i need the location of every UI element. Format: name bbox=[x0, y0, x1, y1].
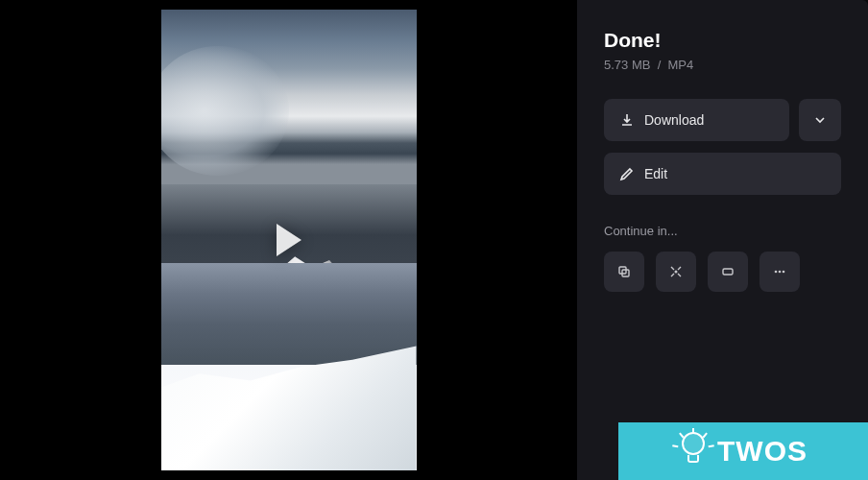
download-label: Download bbox=[644, 112, 704, 128]
copy-button[interactable] bbox=[604, 252, 644, 292]
pencil-icon bbox=[619, 166, 635, 181]
edit-button[interactable]: Edit bbox=[604, 153, 841, 195]
bulb-icon bbox=[679, 432, 708, 470]
file-meta: 5.73 MB / MP4 bbox=[604, 58, 841, 72]
svg-point-4 bbox=[775, 271, 778, 274]
copy-icon bbox=[616, 264, 632, 279]
more-button[interactable] bbox=[760, 252, 800, 292]
svg-point-5 bbox=[779, 271, 782, 274]
video-thumbnail[interactable] bbox=[161, 10, 417, 470]
file-format: MP4 bbox=[668, 58, 694, 72]
app-container: Done! 5.73 MB / MP4 Download bbox=[0, 0, 868, 480]
edit-label: Edit bbox=[644, 166, 667, 181]
file-size: 5.73 MB bbox=[604, 58, 650, 72]
watermark: TWOS bbox=[618, 422, 868, 480]
download-button[interactable]: Download bbox=[604, 99, 789, 141]
svg-rect-3 bbox=[723, 269, 733, 275]
compress-icon bbox=[668, 264, 684, 279]
chevron-down-icon bbox=[813, 113, 827, 127]
continue-actions bbox=[604, 252, 841, 292]
compress-button[interactable] bbox=[656, 252, 696, 292]
watermark-text: TWOS bbox=[717, 435, 808, 468]
download-options-button[interactable] bbox=[799, 99, 841, 141]
crop-button[interactable] bbox=[708, 252, 748, 292]
play-icon[interactable] bbox=[277, 224, 301, 256]
crop-icon bbox=[720, 264, 735, 279]
video-preview-area bbox=[0, 0, 577, 480]
more-icon bbox=[772, 264, 787, 279]
status-title: Done! bbox=[604, 29, 841, 52]
details-sidebar: Done! 5.73 MB / MP4 Download bbox=[577, 0, 868, 480]
svg-point-6 bbox=[783, 271, 785, 274]
svg-point-2 bbox=[675, 271, 677, 273]
download-icon bbox=[619, 112, 635, 128]
continue-label: Continue in... bbox=[604, 224, 841, 238]
